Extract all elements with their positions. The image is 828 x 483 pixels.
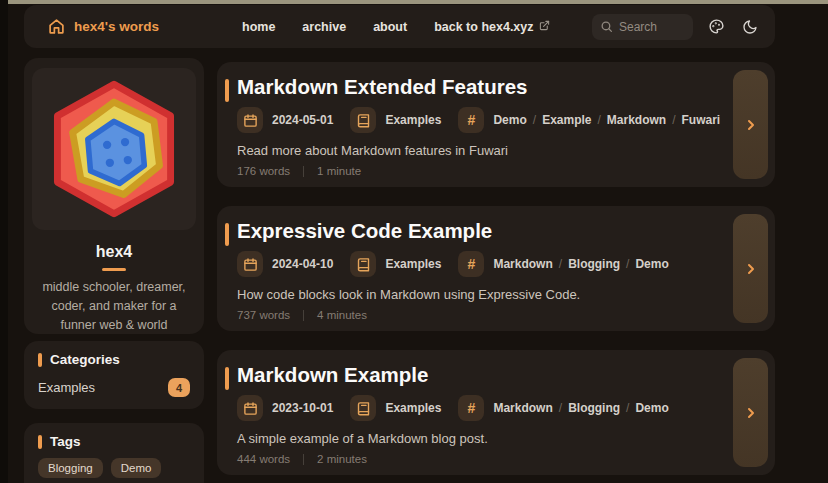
navbar: hex4's words home archive about back to … (24, 5, 775, 48)
site-title: hex4's words (74, 19, 159, 34)
accent-bar (225, 367, 229, 390)
post-title[interactable]: Expressive Code Example (237, 219, 492, 243)
post-word-count: 737 words (237, 309, 290, 321)
post-tag-link[interactable]: Demo (493, 113, 526, 127)
post-tag-link[interactable]: Demo (635, 257, 668, 271)
hash-icon: # (458, 251, 484, 277)
book-icon (350, 251, 376, 277)
post-category-link[interactable]: Examples (385, 257, 441, 271)
post-footer: 444 words 2 minutes (237, 453, 367, 465)
post-meta: 2024-05-01 Examples # Demo/Example/Markd… (237, 107, 720, 133)
accent-tick (38, 353, 42, 367)
calendar-icon (237, 251, 263, 277)
search-box[interactable] (592, 14, 693, 40)
book-icon (350, 395, 376, 421)
post-tag-link[interactable]: Blogging (568, 257, 620, 271)
post-read-time: 2 minutes (317, 453, 367, 465)
post-description: Read more about Markdown features in Fuw… (237, 143, 508, 158)
post-word-count: 176 words (237, 165, 290, 177)
nav-links: home archive about back to hex4.xyz (242, 5, 550, 48)
read-post-button[interactable] (733, 358, 768, 467)
post-footer: 737 words 4 minutes (237, 309, 367, 321)
nav-link-archive[interactable]: archive (302, 20, 346, 34)
tags-card: Tags BloggingDemoExample (24, 423, 204, 483)
chevron-right-icon (743, 117, 759, 133)
home-icon (48, 18, 65, 35)
site-logo-link[interactable]: hex4's words (48, 5, 159, 48)
category-count-badge: 4 (168, 378, 190, 397)
hash-icon: # (458, 107, 484, 133)
post-title[interactable]: Markdown Extended Features (237, 75, 527, 99)
post-description: A simple example of a Markdown blog post… (237, 431, 488, 446)
accent-bar (225, 79, 229, 102)
tag-separator: / (626, 401, 629, 415)
chevron-right-icon (743, 261, 759, 277)
categories-card: Categories Examples 4 (24, 341, 204, 409)
tag-pill[interactable]: Demo (111, 458, 162, 478)
footer-divider (303, 166, 304, 177)
book-icon (350, 107, 376, 133)
window-left-edge (0, 0, 8, 483)
tag-separator: / (559, 257, 562, 271)
tag-separator: / (597, 113, 600, 127)
post-tag-link[interactable]: Fuwari (682, 113, 721, 127)
post-tag-link[interactable]: Markdown (493, 401, 552, 415)
post-word-count: 444 words (237, 453, 290, 465)
post-card[interactable]: Markdown Example 2023-10-01 Examples (217, 350, 775, 475)
post-category-link[interactable]: Examples (385, 401, 441, 415)
search-icon (600, 20, 613, 33)
post-tag-link[interactable]: Example (542, 113, 591, 127)
post-card[interactable]: Markdown Extended Features 2024-05-01 E (217, 62, 775, 187)
accent-tick (38, 435, 42, 449)
post-tag-link[interactable]: Demo (635, 401, 668, 415)
category-item-examples[interactable]: Examples 4 (38, 378, 190, 397)
post-tags: Markdown/Blogging/Demo (493, 257, 668, 271)
tag-separator: / (672, 113, 675, 127)
post-meta: 2023-10-01 Examples # Markdown/Blogging/… (237, 395, 669, 421)
post-date: 2024-04-10 (272, 257, 333, 271)
post-card[interactable]: Expressive Code Example 2024-04-10 Exam (217, 206, 775, 331)
post-title[interactable]: Markdown Example (237, 363, 428, 387)
post-list: Markdown Extended Features 2024-05-01 E (217, 62, 775, 475)
dark-mode-button[interactable] (739, 16, 761, 38)
external-link-icon (539, 20, 550, 31)
calendar-icon (237, 395, 263, 421)
read-post-button[interactable] (733, 70, 768, 179)
palette-icon (708, 18, 725, 35)
post-date: 2023-10-01 (272, 401, 333, 415)
post-read-time: 4 minutes (317, 309, 367, 321)
categories-heading: Categories (38, 352, 190, 367)
post-tag-link[interactable]: Markdown (493, 257, 552, 271)
post-tag-link[interactable]: Blogging (568, 401, 620, 415)
post-date: 2024-05-01 (272, 113, 333, 127)
tags-heading: Tags (38, 434, 190, 449)
read-post-button[interactable] (733, 214, 768, 323)
post-footer: 176 words 1 minute (237, 165, 361, 177)
accent-bar (225, 223, 229, 246)
tag-pill-list: BloggingDemoExample (38, 458, 190, 483)
hash-icon: # (458, 395, 484, 421)
post-category-link[interactable]: Examples (385, 113, 441, 127)
post-tag-link[interactable]: Markdown (607, 113, 666, 127)
tag-separator: / (559, 401, 562, 415)
moon-icon (742, 19, 758, 35)
profile-card: hex4 middle schooler, dreamer, coder, an… (24, 58, 204, 334)
post-tags: Demo/Example/Markdown/Fuwari (493, 113, 720, 127)
post-meta: 2024-04-10 Examples # Markdown/Blogging/… (237, 251, 669, 277)
footer-divider (303, 310, 304, 321)
nav-link-home[interactable]: home (242, 20, 275, 34)
tag-separator: / (533, 113, 536, 127)
hexagon-logo (45, 80, 183, 218)
calendar-icon (237, 107, 263, 133)
footer-divider (303, 454, 304, 465)
theme-palette-button[interactable] (705, 16, 727, 38)
tag-pill[interactable]: Blogging (38, 458, 103, 478)
avatar[interactable] (32, 68, 196, 230)
navbar-actions (592, 5, 761, 48)
nav-link-back-to-hex4[interactable]: back to hex4.xyz (434, 20, 549, 34)
post-read-time: 1 minute (317, 165, 361, 177)
tag-separator: / (626, 257, 629, 271)
nav-link-about[interactable]: about (373, 20, 407, 34)
post-description: How code blocks look in Markdown using E… (237, 287, 580, 302)
search-input[interactable] (619, 20, 689, 34)
